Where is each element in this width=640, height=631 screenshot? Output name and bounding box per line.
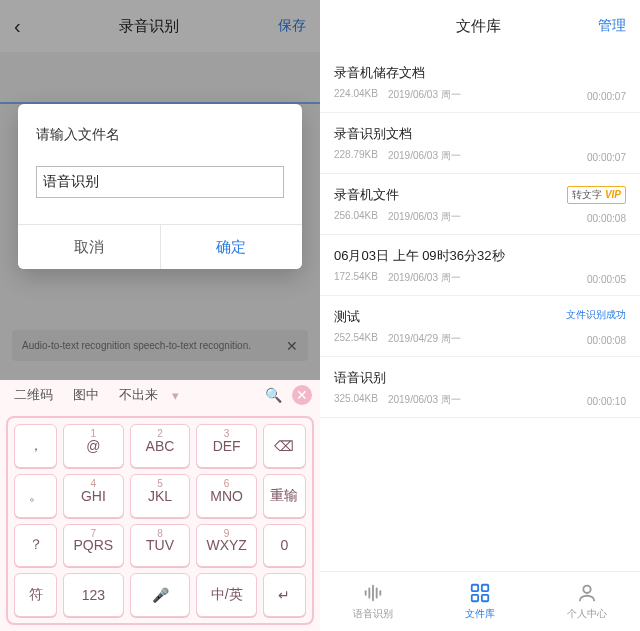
- dialog-buttons: 取消 确定: [18, 224, 302, 269]
- rename-dialog: 请输入文件名 取消 确定: [18, 104, 302, 269]
- key[interactable]: ↵: [263, 573, 306, 617]
- file-name: 06月03日 上午 09时36分32秒: [334, 247, 626, 265]
- file-meta: 325.04KB2019/06/03 周一: [334, 393, 626, 407]
- key[interactable]: 7PQRS: [63, 524, 124, 568]
- file-meta: 224.04KB2019/06/03 周一: [334, 88, 626, 102]
- file-duration: 00:00:05: [587, 274, 626, 285]
- file-name: 录音机储存文档: [334, 64, 626, 82]
- svg-rect-5: [472, 585, 478, 591]
- file-list: 录音机储存文档224.04KB2019/06/03 周一00:00:07录音识别…: [320, 52, 640, 571]
- tab-profile[interactable]: 个人中心: [533, 572, 640, 631]
- key[interactable]: 123: [63, 573, 124, 617]
- file-item[interactable]: 录音机储存文档224.04KB2019/06/03 周一00:00:07: [320, 52, 640, 113]
- tab-files[interactable]: 文件库: [427, 572, 534, 631]
- key[interactable]: 5JKL: [130, 474, 191, 518]
- key[interactable]: 3DEF: [196, 424, 257, 468]
- file-duration: 00:00:10: [587, 396, 626, 407]
- candidate[interactable]: 不出来: [113, 384, 164, 406]
- file-item[interactable]: 录音机文件256.04KB2019/06/03 周一00:00:08转文字 VI…: [320, 174, 640, 235]
- file-item[interactable]: 测试252.54KB2019/04/29 周一00:00:08文件识别成功: [320, 296, 640, 357]
- key[interactable]: ⌫: [263, 424, 306, 468]
- keyboard: 二维码 图中 不出来 ▾ 🔍 ✕ ，1@2ABC3DEF⌫。4GHI5JKL6M…: [0, 380, 320, 631]
- confirm-button[interactable]: 确定: [161, 225, 303, 269]
- key[interactable]: 0: [263, 524, 306, 568]
- close-keyboard-icon[interactable]: ✕: [292, 385, 312, 405]
- nav-title: 文件库: [456, 17, 501, 36]
- svg-rect-7: [472, 595, 478, 601]
- person-icon: [576, 582, 598, 604]
- file-duration: 00:00:08: [587, 335, 626, 346]
- svg-rect-6: [482, 585, 488, 591]
- key[interactable]: ，: [14, 424, 57, 468]
- left-screen: ‹ 录音识别 保存 Audio-to-text recognition spee…: [0, 0, 320, 631]
- key[interactable]: 1@: [63, 424, 124, 468]
- candidate-bar: 二维码 图中 不出来 ▾ 🔍 ✕: [0, 380, 320, 410]
- tab-bar: 语音识别 文件库 个人中心: [320, 571, 640, 631]
- tab-label: 个人中心: [567, 607, 607, 621]
- file-duration: 00:00:07: [587, 152, 626, 163]
- file-item[interactable]: 录音识别文档228.79KB2019/06/03 周一00:00:07: [320, 113, 640, 174]
- keypad: ，1@2ABC3DEF⌫。4GHI5JKL6MNO重输？7PQRS8TUV9WX…: [6, 416, 314, 625]
- filename-input[interactable]: [36, 166, 284, 198]
- waveform-icon: [362, 582, 384, 604]
- candidate[interactable]: 图中: [67, 384, 105, 406]
- key[interactable]: 9WXYZ: [196, 524, 257, 568]
- tab-label: 语音识别: [353, 607, 393, 621]
- nav-bar: 文件库 管理: [320, 0, 640, 52]
- file-meta: 172.54KB2019/06/03 周一: [334, 271, 626, 285]
- cancel-button[interactable]: 取消: [18, 225, 161, 269]
- manage-button[interactable]: 管理: [598, 17, 626, 35]
- tab-recognition[interactable]: 语音识别: [320, 572, 427, 631]
- tab-label: 文件库: [465, 607, 495, 621]
- key[interactable]: 2ABC: [130, 424, 191, 468]
- file-duration: 00:00:08: [587, 213, 626, 224]
- svg-point-9: [583, 586, 590, 593]
- grid-icon: [469, 582, 491, 604]
- key[interactable]: ？: [14, 524, 57, 568]
- vip-badge: 转文字 VIP: [567, 186, 626, 204]
- key[interactable]: 🎤: [130, 573, 191, 617]
- key[interactable]: 重输: [263, 474, 306, 518]
- key[interactable]: 8TUV: [130, 524, 191, 568]
- key[interactable]: 。: [14, 474, 57, 518]
- success-badge: 文件识别成功: [566, 308, 626, 322]
- dialog-title: 请输入文件名: [36, 126, 284, 144]
- file-meta: 228.79KB2019/06/03 周一: [334, 149, 626, 163]
- file-meta: 256.04KB2019/06/03 周一: [334, 210, 626, 224]
- candidate[interactable]: 二维码: [8, 384, 59, 406]
- search-icon[interactable]: 🔍: [264, 386, 282, 404]
- right-screen: 文件库 管理 录音机储存文档224.04KB2019/06/03 周一00:00…: [320, 0, 640, 631]
- file-item[interactable]: 语音识别325.04KB2019/06/03 周一00:00:10: [320, 357, 640, 418]
- file-duration: 00:00:07: [587, 91, 626, 102]
- key[interactable]: 4GHI: [63, 474, 124, 518]
- key[interactable]: 6MNO: [196, 474, 257, 518]
- file-item[interactable]: 06月03日 上午 09时36分32秒172.54KB2019/06/03 周一…: [320, 235, 640, 296]
- key[interactable]: 中/英: [196, 573, 257, 617]
- file-meta: 252.54KB2019/04/29 周一: [334, 332, 626, 346]
- file-name: 录音识别文档: [334, 125, 626, 143]
- file-name: 语音识别: [334, 369, 626, 387]
- svg-rect-8: [482, 595, 488, 601]
- key[interactable]: 符: [14, 573, 57, 617]
